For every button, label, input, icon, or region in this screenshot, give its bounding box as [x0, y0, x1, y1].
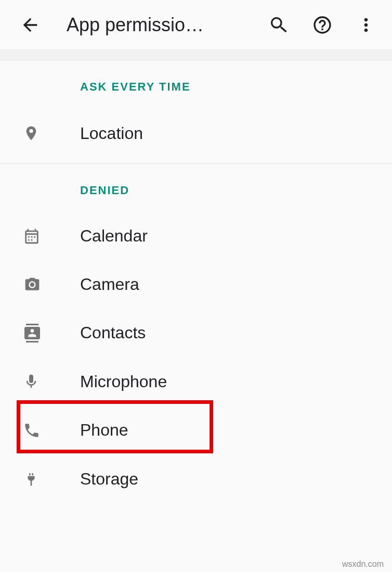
section-header-ask: ASK EVERY TIME	[0, 60, 392, 108]
permission-item-storage[interactable]: Storage	[0, 454, 392, 503]
watermark: wsxdn.com	[339, 558, 387, 570]
permission-item-location[interactable]: Location	[0, 108, 392, 158]
permission-label: Phone	[80, 421, 128, 440]
permission-item-contacts[interactable]: Contacts	[0, 309, 392, 357]
permission-item-camera[interactable]: Camera	[0, 260, 392, 309]
permission-item-calendar[interactable]: Calendar	[0, 212, 392, 260]
header-actions	[268, 15, 376, 35]
help-icon[interactable]	[312, 15, 333, 35]
permission-label: Location	[80, 124, 143, 143]
app-bar: App permissio…	[0, 0, 392, 50]
permission-item-phone[interactable]: Phone	[0, 406, 392, 454]
back-arrow-icon[interactable]	[20, 15, 41, 35]
permission-label: Microphone	[80, 372, 167, 391]
search-icon[interactable]	[268, 15, 289, 35]
contacts-icon	[23, 324, 55, 342]
phone-icon	[23, 422, 55, 439]
storage-icon	[23, 469, 55, 489]
calendar-icon	[23, 227, 55, 245]
permission-label: Camera	[80, 275, 139, 294]
section-header-denied: DENIED	[0, 164, 392, 212]
camera-icon	[23, 276, 55, 293]
location-icon	[23, 123, 55, 144]
permission-item-microphone[interactable]: Microphone	[0, 357, 392, 406]
more-vert-icon[interactable]	[356, 15, 376, 35]
permission-label: Calendar	[80, 226, 148, 246]
permission-label: Contacts	[80, 323, 146, 342]
page-title: App permissio…	[67, 14, 228, 36]
microphone-icon	[23, 372, 55, 391]
top-divider	[0, 50, 392, 60]
permission-label: Storage	[80, 469, 138, 489]
